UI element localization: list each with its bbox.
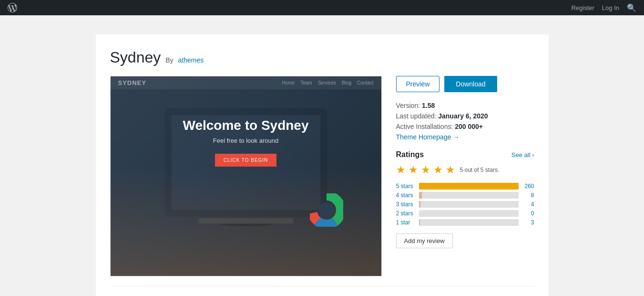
main-columns: SYDNEY Home Team Services Blog Contact (110, 76, 534, 276)
preview-image-container: SYDNEY Home Team Services Blog Contact (110, 76, 382, 276)
rating-bar-3stars: 3 stars 4 (396, 201, 534, 208)
bar-count-1[interactable]: 3 (522, 219, 534, 226)
search-icon[interactable]: 🔍 (627, 3, 636, 12)
rating-bar-1star: 1 star 3 (396, 219, 534, 226)
top-nav-right: Register Log In 🔍 (571, 3, 636, 12)
wp-logo-area (8, 3, 17, 12)
bar-fill-1 (419, 219, 420, 226)
bar-count-3[interactable]: 4 (522, 201, 534, 208)
bar-track-5 (419, 183, 519, 190)
bar-label-2[interactable]: 2 stars (396, 210, 415, 217)
star-1: ★ (396, 164, 406, 176)
wordpress-logo-icon (8, 3, 17, 12)
bar-label-5[interactable]: 5 stars (396, 183, 415, 190)
bar-label-4[interactable]: 4 stars (396, 192, 415, 199)
description-text: Sydney is a powerful business theme that… (110, 286, 534, 296)
bar-track-4 (419, 192, 519, 199)
active-installations-row: Active Installations: 200 000+ (396, 123, 534, 130)
bar-count-5[interactable]: 260 (522, 183, 534, 190)
download-button[interactable]: Download (444, 76, 497, 92)
top-navigation: Register Log In 🔍 (0, 0, 644, 15)
bar-count-2[interactable]: 0 (522, 210, 534, 217)
ratings-header: Ratings See all › (396, 150, 534, 159)
bar-track-1 (419, 219, 519, 226)
preview-hero-title: Welcome to Sydney (183, 118, 308, 133)
svg-point-3 (319, 202, 334, 218)
star-4: ★ (433, 164, 443, 176)
last-updated-label: Last updated: (396, 112, 437, 120)
preview-chart (310, 193, 343, 228)
bar-label-1[interactable]: 1 star (396, 219, 415, 226)
author-link[interactable]: athemes (178, 56, 204, 64)
bar-label-3[interactable]: 3 stars (396, 201, 415, 208)
preview-button[interactable]: Preview (396, 76, 440, 92)
bar-track-3 (419, 201, 519, 208)
theme-title-row: Sydney By athemes (110, 49, 534, 66)
bar-count-4[interactable]: 8 (522, 192, 534, 199)
bar-fill-4 (419, 192, 422, 199)
version-value: 1.58 (422, 102, 435, 109)
rating-bars: 5 stars 260 4 stars 8 (396, 183, 534, 226)
version-row: Version: 1.58 (396, 102, 534, 109)
preview-hero: Welcome to Sydney Feel free to look arou… (111, 89, 381, 195)
bar-track-2 (419, 210, 519, 217)
last-updated-row: Last updated: January 6, 2020 (396, 112, 534, 120)
theme-homepage-link[interactable]: Theme Homepage → (396, 133, 460, 141)
page-wrapper: Sydney By athemes SYDNEY Home Team Servi… (0, 15, 644, 296)
ratings-title: Ratings (396, 150, 424, 159)
theme-preview: SYDNEY Home Team Services Blog Contact (111, 76, 381, 276)
see-all-link[interactable]: See all › (511, 151, 534, 159)
add-review-button[interactable]: Add my review (396, 233, 453, 248)
meta-info: Version: 1.58 Last updated: January 6, 2… (396, 102, 534, 141)
by-label: By (165, 56, 173, 64)
active-installations-label: Active Installations: (396, 123, 453, 130)
active-installations-value: 200 000+ (455, 123, 483, 130)
star-2: ★ (409, 164, 418, 176)
version-label: Version: (396, 102, 420, 109)
preview-hero-subtitle: Feel free to look around (213, 137, 278, 144)
star-3: ★ (421, 164, 430, 176)
rating-bar-2stars: 2 stars 0 (396, 210, 534, 217)
rating-score: 5 out of 5 stars. (460, 167, 500, 173)
homepage-row: Theme Homepage → (396, 133, 534, 141)
stars-row: ★ ★ ★ ★ ★ 5 out of 5 stars. (396, 164, 534, 176)
register-link[interactable]: Register (571, 4, 594, 11)
bar-fill-5 (419, 183, 519, 190)
right-panel: Preview Download Version: 1.58 Last upda… (396, 76, 534, 248)
star-5: ★ (446, 164, 455, 176)
bar-fill-3 (419, 201, 420, 208)
ratings-section: Ratings See all › ★ ★ ★ ★ ★ 5 out of 5 s… (396, 150, 534, 248)
last-updated-value: January 6, 2020 (438, 112, 488, 120)
content-area: Sydney By athemes SYDNEY Home Team Servi… (96, 34, 549, 296)
theme-name: Sydney (110, 49, 161, 66)
preview-cta-button[interactable]: CLICK TO BEGIN (215, 154, 277, 167)
action-buttons: Preview Download (396, 76, 534, 92)
rating-bar-5stars: 5 stars 260 (396, 183, 534, 190)
rating-bar-4stars: 4 stars 8 (396, 192, 534, 199)
login-link[interactable]: Log In (602, 4, 619, 11)
